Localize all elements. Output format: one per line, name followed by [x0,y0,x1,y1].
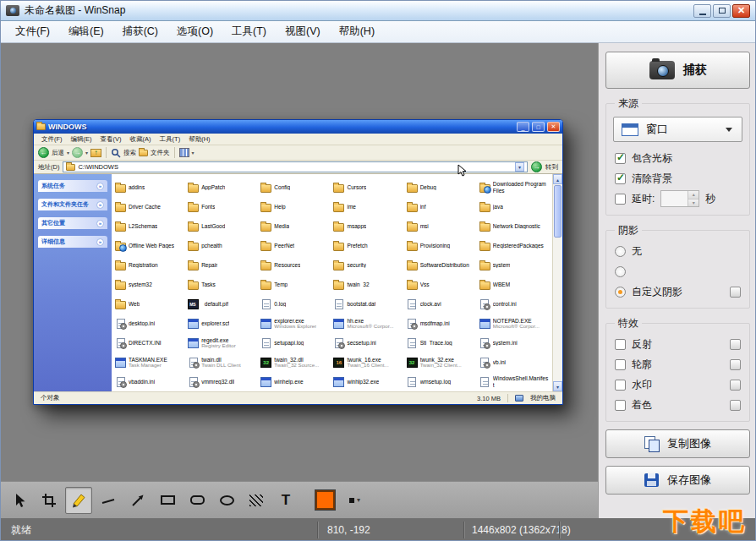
file-item: L2Schemas [113,216,186,236]
file-icon [117,377,125,387]
minimize-button[interactable] [693,4,711,18]
chevron-down-icon [726,128,732,132]
file-item: Prefetch [331,236,404,255]
spin-down-icon[interactable]: ▾ [688,199,698,207]
checkbox-icon [615,339,626,350]
file-icon [408,319,416,329]
shadow-option[interactable] [613,261,742,281]
effect-option[interactable]: 反射 [613,334,742,354]
copy-icon [644,436,659,451]
effects-group: 特效 反射 轮廓 水印 着色 [605,316,750,422]
file-name: pchealth [201,243,222,249]
file-name: Cursors [347,184,366,190]
file-name: twain_32 [347,281,369,287]
source-mode-dropdown[interactable]: 窗口 [613,117,742,142]
file-icon [407,204,418,212]
go-icon: → [531,161,542,172]
chevron-down-icon: ▾ [357,496,360,504]
shadow-option[interactable]: 自定义阴影 [613,281,742,302]
file-name: Repair [201,262,217,268]
effect-option[interactable]: 轮廓 [613,354,742,374]
file-name: twunk_32.exeTwain_32 Client... [420,357,462,369]
folders-icon [139,150,148,156]
file-item: Temp [259,275,331,294]
checkbox-icon [615,194,626,205]
checkbox-icon [615,380,626,391]
effect-option[interactable]: 着色 [613,395,742,415]
effect-option-label: 水印 [632,378,652,392]
color-swatch[interactable] [315,490,335,510]
file-name: SoftwareDistribution [420,262,469,268]
xp-menu-item: 编辑(E) [67,135,96,144]
menu-item[interactable]: 选项(O) [167,21,222,42]
xp-status-bar: 个对象 3.10 MB 我的电脑 [34,391,562,404]
menu-item[interactable]: 捕获(C) [113,21,167,42]
search-label: 搜索 [123,149,136,157]
delay-label: 延时: [632,192,655,206]
effect-config-button[interactable] [730,400,741,411]
menu-item[interactable]: 文件(F) [6,21,59,42]
tool-highlighter[interactable] [65,487,92,514]
file-icon [333,262,344,270]
menu-item[interactable]: 工具(T) [222,21,276,42]
source-group: 来源 窗口 包含光标 清除背景 延时: ▴▾ 秒 [605,96,750,216]
capture-button[interactable]: 捕获 [605,52,750,89]
shadow-config-button[interactable] [730,287,741,298]
file-icon [333,281,344,290]
source-option-label: 清除背景 [632,172,672,186]
tool-line[interactable] [95,487,122,514]
tool-text[interactable]: T [272,487,299,514]
file-item: vb.ini [478,352,551,372]
effect-option-label: 轮廓 [632,358,652,372]
copy-image-button[interactable]: 复制图像 [605,429,750,458]
chevron-icon: » [96,201,104,209]
tool-rectangle[interactable] [154,487,181,514]
file-name: Temp [274,281,288,287]
file-icon [189,377,198,387]
size-picker[interactable]: ▾ [349,496,360,504]
file-icon [479,204,490,212]
app-icon [6,5,19,16]
close-button[interactable]: ✕ [732,4,750,18]
delay-spinner[interactable]: ▴▾ [660,190,699,207]
delay-option[interactable]: 延时: ▴▾ 秒 [613,189,742,209]
menu-item[interactable]: 视图(V) [276,21,330,42]
chevron-down-icon: ▾ [67,150,69,156]
file-icon [480,338,489,348]
file-icon [117,319,125,329]
file-name: Offline Web Pages [129,243,174,249]
tool-rounded-rectangle[interactable] [184,487,211,514]
tool-ellipse[interactable] [213,487,240,514]
effect-config-button[interactable] [730,359,741,370]
file-name: system [493,262,511,268]
source-option[interactable]: 包含光标 [613,148,742,168]
task-section: 系统任务 » [38,180,107,192]
file-item: clock.avi [405,294,478,314]
file-icon [262,299,271,309]
menu-bar: 文件(F)编辑(E)捕获(C)选项(O)工具(T)视图(V)帮助(H) [1,21,756,43]
canvas-area[interactable]: WINDOWS _ □ ✕ 文件(F)编辑(E)查看(V)收藏(A)工具(T)帮… [1,43,598,481]
tool-crop[interactable] [36,487,63,514]
tool-arrow-line[interactable] [124,487,151,514]
effect-config-button[interactable] [730,339,741,350]
xp-address-bar: 地址(D) C:\WINDOWS ▾ → 转到 [34,161,562,174]
tool-select[interactable] [6,487,33,514]
tool-hatch[interactable] [243,487,270,514]
divider [106,147,107,158]
menu-item[interactable]: 帮助(H) [330,21,384,42]
spin-up-icon[interactable]: ▴ [688,191,698,199]
file-icon [333,377,344,387]
my-computer-icon [515,395,523,402]
chevron-down-icon: ▾ [515,162,524,172]
views-icon [179,148,189,157]
maximize-button[interactable] [713,4,731,18]
file-item: security [331,255,404,275]
effect-config-button[interactable] [730,380,741,391]
save-image-button[interactable]: 保存图像 [605,466,750,495]
shadow-option[interactable]: 无 [613,241,742,261]
menu-item[interactable]: 编辑(E) [59,21,113,42]
xp-file-area: addins AppPatch Config Cursors Debug Dow… [112,174,552,391]
source-option[interactable]: 清除背景 [613,168,742,189]
effect-option[interactable]: 水印 [613,374,742,395]
file-item: DIRECTX.INI [113,333,186,352]
